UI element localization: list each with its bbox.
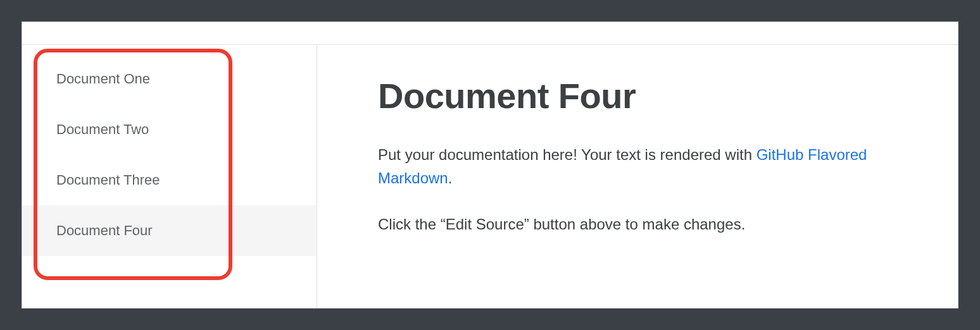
sidebar-item-label: Document One	[56, 71, 150, 87]
sidebar: Document One Document Two Document Three…	[22, 45, 317, 308]
content-area: Document One Document Two Document Three…	[22, 45, 958, 308]
instruction-paragraph: Click the “Edit Source” button above to …	[378, 212, 897, 236]
main-content: Document Four Put your documentation her…	[317, 45, 958, 308]
sidebar-item-document-three[interactable]: Document Three	[22, 155, 317, 205]
intro-paragraph: Put your documentation here! Your text i…	[378, 143, 897, 190]
header-strip	[22, 22, 958, 45]
sidebar-item-label: Document Two	[56, 121, 149, 138]
intro-text-suffix: .	[448, 169, 453, 186]
intro-text-prefix: Put your documentation here! Your text i…	[378, 146, 757, 163]
sidebar-item-label: Document Three	[56, 172, 160, 188]
sidebar-item-document-one[interactable]: Document One	[22, 54, 317, 104]
sidebar-item-document-four[interactable]: Document Four	[22, 205, 317, 256]
app-window: Document One Document Two Document Three…	[22, 21, 958, 309]
sidebar-item-label: Document Four	[56, 223, 153, 239]
sidebar-item-document-two[interactable]: Document Two	[22, 104, 317, 155]
page-title: Document Four	[378, 75, 897, 116]
